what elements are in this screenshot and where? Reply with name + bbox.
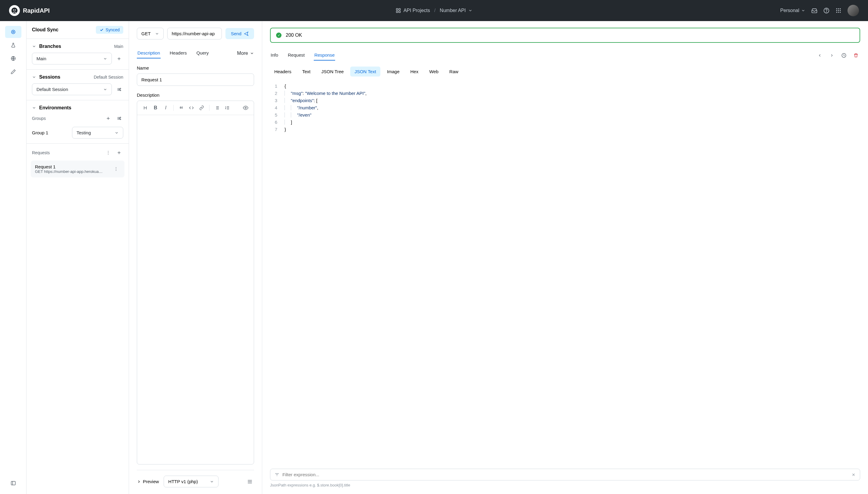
svg-point-28 xyxy=(108,151,109,152)
numbered-list-icon[interactable] xyxy=(223,103,232,112)
chevron-down-icon[interactable] xyxy=(32,44,36,49)
json-line: 3"endpoints": [ xyxy=(270,97,860,104)
sub-tab-json-tree[interactable]: JSON Tree xyxy=(317,66,348,77)
sub-tab-web[interactable]: Web xyxy=(425,66,443,77)
status-badge: ✓ 200 OK xyxy=(270,28,860,43)
avatar[interactable] xyxy=(848,5,859,16)
chevron-down-icon xyxy=(210,479,214,484)
quote-icon[interactable] xyxy=(177,103,186,112)
tab-headers[interactable]: Headers xyxy=(169,48,187,58)
sub-tab-json-text[interactable]: JSON Text xyxy=(350,66,380,77)
send-button[interactable]: Send xyxy=(225,28,254,39)
prev-button[interactable] xyxy=(816,51,824,60)
svg-rect-3 xyxy=(396,8,398,10)
description-editor: B I xyxy=(137,101,254,464)
request-item-sub: GET https://number-api-app.herokua… xyxy=(35,169,103,174)
json-line: 2"msg": "Welcome to the Number API", xyxy=(270,90,860,97)
tab-request[interactable]: Request xyxy=(287,50,305,60)
next-button[interactable] xyxy=(828,51,836,60)
italic-icon[interactable]: I xyxy=(161,103,170,112)
breadcrumb-projects[interactable]: API Projects xyxy=(396,8,430,13)
svg-point-24 xyxy=(120,90,121,91)
requests-section: Requests Request 1 GET https://number-ap… xyxy=(26,144,129,494)
url-input[interactable]: https://number-api-ap xyxy=(167,28,222,39)
description-body[interactable] xyxy=(137,115,254,464)
send-button-label: Send xyxy=(231,31,241,36)
name-input[interactable] xyxy=(137,74,254,86)
method-select[interactable]: GET xyxy=(137,28,164,39)
branches-label: Branches xyxy=(39,44,61,49)
json-line: 5"/even" xyxy=(270,111,860,119)
group-name: Group 1 xyxy=(32,130,48,135)
list-icon[interactable] xyxy=(213,103,222,112)
preview-toggle[interactable]: Preview xyxy=(137,479,159,484)
filter-input[interactable] xyxy=(270,469,860,480)
response-panel: ✓ 200 OK Info Request Response HeadersTe… xyxy=(262,21,868,494)
inbox-icon[interactable] xyxy=(811,7,817,14)
preview-icon[interactable] xyxy=(241,103,250,112)
requests-more-button[interactable] xyxy=(104,149,112,157)
sub-tab-headers[interactable]: Headers xyxy=(270,66,296,77)
description-label: Description xyxy=(137,93,254,98)
environment-select[interactable]: Testing xyxy=(72,127,123,138)
rail-sync-icon[interactable] xyxy=(5,26,21,38)
sub-tab-hex[interactable]: Hex xyxy=(406,66,423,77)
json-viewer[interactable]: 1{2"msg": "Welcome to the Number API",3"… xyxy=(270,82,860,464)
rail-edit-icon[interactable] xyxy=(5,66,21,78)
brand: RapidAPI xyxy=(9,5,50,16)
apps-icon[interactable] xyxy=(835,7,842,14)
session-settings-button[interactable] xyxy=(115,85,123,94)
svg-point-31 xyxy=(116,167,116,168)
heading-icon[interactable] xyxy=(141,103,150,112)
branches-section: Branches Main Main xyxy=(26,39,129,70)
json-line: 1{ xyxy=(270,82,860,90)
tab-info[interactable]: Info xyxy=(270,50,279,60)
sub-tab-raw[interactable]: Raw xyxy=(445,66,463,77)
sub-tab-text[interactable]: Text xyxy=(298,66,315,77)
add-group-button[interactable] xyxy=(104,114,112,122)
requests-label: Requests xyxy=(32,150,50,155)
add-branch-button[interactable] xyxy=(115,55,123,63)
environments-label: Environments xyxy=(39,105,71,111)
svg-point-30 xyxy=(108,154,109,154)
svg-point-2 xyxy=(15,10,16,11)
add-request-button[interactable] xyxy=(115,149,123,157)
account-dropdown[interactable]: Personal xyxy=(780,8,805,13)
breadcrumb-projects-label: API Projects xyxy=(404,8,430,13)
check-icon: ✓ xyxy=(276,33,281,38)
chevron-down-icon[interactable] xyxy=(32,106,36,110)
rail-collapse-icon[interactable] xyxy=(5,477,21,489)
group-settings-button[interactable] xyxy=(115,114,123,122)
svg-point-16 xyxy=(838,12,839,13)
help-icon[interactable] xyxy=(824,7,829,14)
tab-description[interactable]: Description xyxy=(137,48,161,58)
clear-icon[interactable] xyxy=(851,473,856,477)
filter-hint: JsonPath expressions e.g. $.store.book[0… xyxy=(270,483,860,487)
rail-globe-icon[interactable] xyxy=(5,52,21,64)
preview-menu-button[interactable] xyxy=(246,477,254,486)
language-select[interactable]: HTTP v1 (php) xyxy=(164,476,219,487)
breadcrumb-current-label: Number API xyxy=(440,8,466,13)
chevron-down-icon[interactable] xyxy=(32,75,36,79)
bold-icon[interactable]: B xyxy=(151,103,160,112)
svg-point-15 xyxy=(836,12,837,13)
tab-response[interactable]: Response xyxy=(314,50,335,60)
tab-more[interactable]: More xyxy=(237,51,254,56)
rail-flask-icon[interactable] xyxy=(5,39,21,51)
synced-badge[interactable]: Synced xyxy=(96,26,123,34)
tab-query[interactable]: Query xyxy=(196,48,209,58)
breadcrumb-current[interactable]: Number API xyxy=(440,8,472,13)
delete-button[interactable] xyxy=(852,51,860,60)
history-icon[interactable] xyxy=(840,51,848,60)
code-icon[interactable] xyxy=(187,103,196,112)
request-item-menu[interactable] xyxy=(112,165,120,173)
request-item[interactable]: Request 1 GET https://number-api-app.her… xyxy=(31,160,125,177)
branch-select[interactable]: Main xyxy=(32,53,112,64)
request-tabs: Description Headers Query More xyxy=(137,48,254,59)
filter-input-field[interactable] xyxy=(282,472,848,477)
session-select[interactable]: Default Session xyxy=(32,83,112,95)
header-actions: Personal xyxy=(780,5,859,16)
svg-point-14 xyxy=(840,10,841,11)
sub-tab-image[interactable]: Image xyxy=(383,66,404,77)
link-icon[interactable] xyxy=(197,103,206,112)
